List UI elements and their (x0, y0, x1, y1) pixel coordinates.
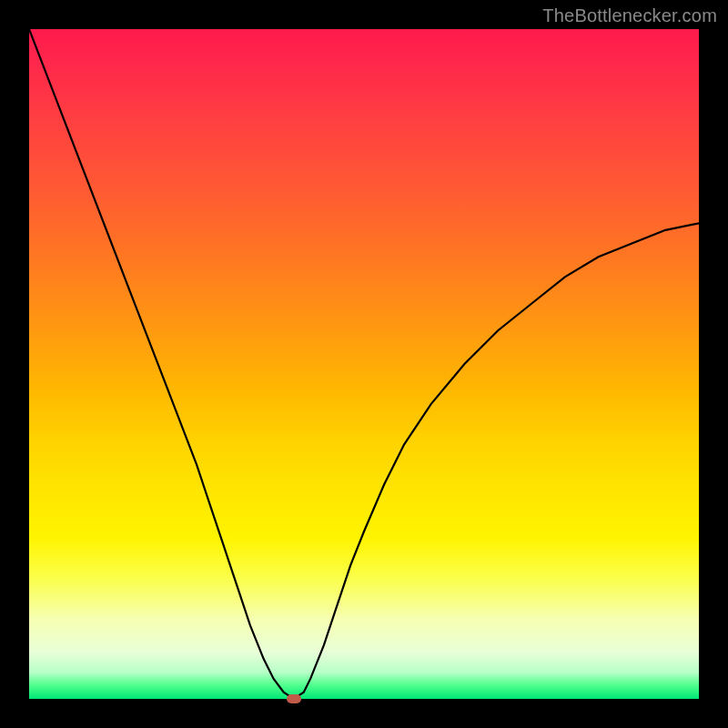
plot-area (29, 29, 699, 699)
optimal-point-marker (287, 694, 301, 703)
chart-frame: TheBottlenecker.com (0, 0, 728, 728)
watermark-text: TheBottlenecker.com (542, 5, 717, 26)
